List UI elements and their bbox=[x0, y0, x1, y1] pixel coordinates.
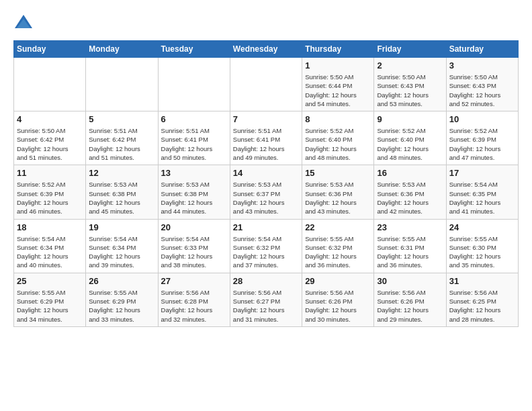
calendar-cell bbox=[86, 58, 158, 111]
day-info: Sunrise: 5:52 AM Sunset: 6:40 PM Dayligh… bbox=[305, 126, 371, 162]
calendar-cell: 31Sunrise: 5:56 AM Sunset: 6:25 PM Dayli… bbox=[446, 273, 518, 326]
day-number: 21 bbox=[233, 222, 299, 232]
day-number: 30 bbox=[377, 276, 443, 286]
calendar-cell: 29Sunrise: 5:56 AM Sunset: 6:26 PM Dayli… bbox=[302, 273, 374, 326]
day-info: Sunrise: 5:50 AM Sunset: 6:43 PM Dayligh… bbox=[449, 73, 515, 108]
day-number: 9 bbox=[377, 114, 443, 124]
day-number: 18 bbox=[17, 222, 83, 232]
calendar-week-row: 18Sunrise: 5:54 AM Sunset: 6:34 PM Dayli… bbox=[14, 219, 519, 273]
day-number: 3 bbox=[449, 60, 515, 71]
day-number: 27 bbox=[161, 276, 227, 286]
day-number: 28 bbox=[233, 276, 299, 286]
calendar-cell: 30Sunrise: 5:56 AM Sunset: 6:26 PM Dayli… bbox=[374, 273, 446, 326]
calendar-cell: 24Sunrise: 5:55 AM Sunset: 6:30 PM Dayli… bbox=[446, 219, 518, 273]
day-number: 20 bbox=[161, 222, 227, 232]
calendar-cell: 27Sunrise: 5:56 AM Sunset: 6:28 PM Dayli… bbox=[158, 273, 230, 326]
calendar-cell: 3Sunrise: 5:50 AM Sunset: 6:43 PM Daylig… bbox=[446, 58, 518, 111]
day-number: 24 bbox=[449, 222, 515, 232]
day-info: Sunrise: 5:53 AM Sunset: 6:38 PM Dayligh… bbox=[161, 180, 227, 216]
calendar-cell bbox=[158, 58, 230, 111]
day-number: 5 bbox=[89, 114, 154, 124]
day-number: 26 bbox=[89, 276, 154, 286]
calendar-cell: 17Sunrise: 5:54 AM Sunset: 6:35 PM Dayli… bbox=[446, 165, 518, 219]
header-thursday: Thursday bbox=[302, 41, 374, 58]
day-info: Sunrise: 5:53 AM Sunset: 6:36 PM Dayligh… bbox=[305, 180, 371, 216]
day-info: Sunrise: 5:55 AM Sunset: 6:32 PM Dayligh… bbox=[305, 234, 371, 270]
day-number: 15 bbox=[305, 168, 371, 178]
day-number: 4 bbox=[17, 114, 83, 124]
page-header bbox=[13, 13, 519, 34]
calendar-cell: 11Sunrise: 5:52 AM Sunset: 6:39 PM Dayli… bbox=[14, 165, 86, 219]
calendar-cell: 9Sunrise: 5:52 AM Sunset: 6:40 PM Daylig… bbox=[374, 111, 446, 165]
header-tuesday: Tuesday bbox=[158, 41, 230, 58]
day-info: Sunrise: 5:51 AM Sunset: 6:41 PM Dayligh… bbox=[161, 126, 227, 162]
calendar-cell: 19Sunrise: 5:54 AM Sunset: 6:34 PM Dayli… bbox=[86, 219, 158, 273]
calendar-cell: 6Sunrise: 5:51 AM Sunset: 6:41 PM Daylig… bbox=[158, 111, 230, 165]
day-info: Sunrise: 5:54 AM Sunset: 6:33 PM Dayligh… bbox=[161, 234, 227, 270]
calendar-cell: 16Sunrise: 5:53 AM Sunset: 6:36 PM Dayli… bbox=[374, 165, 446, 219]
calendar-cell: 14Sunrise: 5:53 AM Sunset: 6:37 PM Dayli… bbox=[230, 165, 302, 219]
day-number: 10 bbox=[449, 114, 515, 124]
day-number: 29 bbox=[305, 276, 371, 286]
day-number: 31 bbox=[449, 276, 515, 286]
calendar-cell: 5Sunrise: 5:51 AM Sunset: 6:42 PM Daylig… bbox=[86, 111, 158, 165]
header-saturday: Saturday bbox=[446, 41, 518, 58]
day-number: 22 bbox=[305, 222, 371, 232]
calendar-cell: 2Sunrise: 5:50 AM Sunset: 6:43 PM Daylig… bbox=[374, 58, 446, 111]
day-info: Sunrise: 5:55 AM Sunset: 6:30 PM Dayligh… bbox=[449, 234, 515, 270]
calendar-week-row: 25Sunrise: 5:55 AM Sunset: 6:29 PM Dayli… bbox=[14, 273, 519, 326]
calendar-cell: 10Sunrise: 5:52 AM Sunset: 6:39 PM Dayli… bbox=[446, 111, 518, 165]
day-number: 1 bbox=[305, 60, 371, 71]
day-number: 6 bbox=[161, 114, 227, 124]
calendar-cell: 26Sunrise: 5:55 AM Sunset: 6:29 PM Dayli… bbox=[86, 273, 158, 326]
day-info: Sunrise: 5:51 AM Sunset: 6:42 PM Dayligh… bbox=[89, 126, 154, 162]
day-info: Sunrise: 5:55 AM Sunset: 6:31 PM Dayligh… bbox=[377, 234, 443, 270]
day-number: 14 bbox=[233, 168, 299, 178]
calendar-cell: 28Sunrise: 5:56 AM Sunset: 6:27 PM Dayli… bbox=[230, 273, 302, 326]
day-number: 23 bbox=[377, 222, 443, 232]
day-info: Sunrise: 5:54 AM Sunset: 6:34 PM Dayligh… bbox=[89, 234, 154, 270]
calendar-cell: 21Sunrise: 5:54 AM Sunset: 6:32 PM Dayli… bbox=[230, 219, 302, 273]
day-info: Sunrise: 5:50 AM Sunset: 6:43 PM Dayligh… bbox=[377, 73, 443, 108]
day-info: Sunrise: 5:56 AM Sunset: 6:25 PM Dayligh… bbox=[449, 288, 515, 324]
day-info: Sunrise: 5:55 AM Sunset: 6:29 PM Dayligh… bbox=[17, 288, 83, 324]
calendar-cell: 25Sunrise: 5:55 AM Sunset: 6:29 PM Dayli… bbox=[14, 273, 86, 326]
header-monday: Monday bbox=[86, 41, 158, 58]
day-info: Sunrise: 5:53 AM Sunset: 6:37 PM Dayligh… bbox=[233, 180, 299, 216]
calendar-cell: 8Sunrise: 5:52 AM Sunset: 6:40 PM Daylig… bbox=[302, 111, 374, 165]
day-number: 25 bbox=[17, 276, 83, 286]
header-friday: Friday bbox=[374, 41, 446, 58]
day-number: 7 bbox=[233, 114, 299, 124]
calendar-cell: 4Sunrise: 5:50 AM Sunset: 6:42 PM Daylig… bbox=[14, 111, 86, 165]
day-info: Sunrise: 5:53 AM Sunset: 6:36 PM Dayligh… bbox=[377, 180, 443, 216]
day-info: Sunrise: 5:54 AM Sunset: 6:34 PM Dayligh… bbox=[17, 234, 83, 270]
day-info: Sunrise: 5:56 AM Sunset: 6:28 PM Dayligh… bbox=[161, 288, 227, 324]
day-number: 11 bbox=[17, 168, 83, 178]
day-number: 12 bbox=[89, 168, 154, 178]
day-info: Sunrise: 5:51 AM Sunset: 6:41 PM Dayligh… bbox=[233, 126, 299, 162]
header-sunday: Sunday bbox=[14, 41, 86, 58]
calendar-cell: 18Sunrise: 5:54 AM Sunset: 6:34 PM Dayli… bbox=[14, 219, 86, 273]
calendar-cell: 12Sunrise: 5:53 AM Sunset: 6:38 PM Dayli… bbox=[86, 165, 158, 219]
calendar-cell: 7Sunrise: 5:51 AM Sunset: 6:41 PM Daylig… bbox=[230, 111, 302, 165]
calendar-cell: 22Sunrise: 5:55 AM Sunset: 6:32 PM Dayli… bbox=[302, 219, 374, 273]
day-info: Sunrise: 5:56 AM Sunset: 6:26 PM Dayligh… bbox=[377, 288, 443, 324]
logo-icon bbox=[13, 13, 34, 34]
day-info: Sunrise: 5:54 AM Sunset: 6:32 PM Dayligh… bbox=[233, 234, 299, 270]
calendar-week-row: 4Sunrise: 5:50 AM Sunset: 6:42 PM Daylig… bbox=[14, 111, 519, 165]
day-info: Sunrise: 5:52 AM Sunset: 6:40 PM Dayligh… bbox=[377, 126, 443, 162]
day-info: Sunrise: 5:54 AM Sunset: 6:35 PM Dayligh… bbox=[449, 180, 515, 216]
calendar-header-row: SundayMondayTuesdayWednesdayThursdayFrid… bbox=[14, 41, 519, 58]
day-info: Sunrise: 5:50 AM Sunset: 6:44 PM Dayligh… bbox=[305, 73, 371, 108]
day-info: Sunrise: 5:55 AM Sunset: 6:29 PM Dayligh… bbox=[89, 288, 154, 324]
day-number: 16 bbox=[377, 168, 443, 178]
day-number: 2 bbox=[377, 60, 443, 71]
logo bbox=[13, 13, 36, 34]
day-number: 19 bbox=[89, 222, 154, 232]
calendar-week-row: 11Sunrise: 5:52 AM Sunset: 6:39 PM Dayli… bbox=[14, 165, 519, 219]
calendar-cell: 23Sunrise: 5:55 AM Sunset: 6:31 PM Dayli… bbox=[374, 219, 446, 273]
day-info: Sunrise: 5:50 AM Sunset: 6:42 PM Dayligh… bbox=[17, 126, 83, 162]
day-info: Sunrise: 5:52 AM Sunset: 6:39 PM Dayligh… bbox=[449, 126, 515, 162]
calendar-cell bbox=[14, 58, 86, 111]
header-wednesday: Wednesday bbox=[230, 41, 302, 58]
